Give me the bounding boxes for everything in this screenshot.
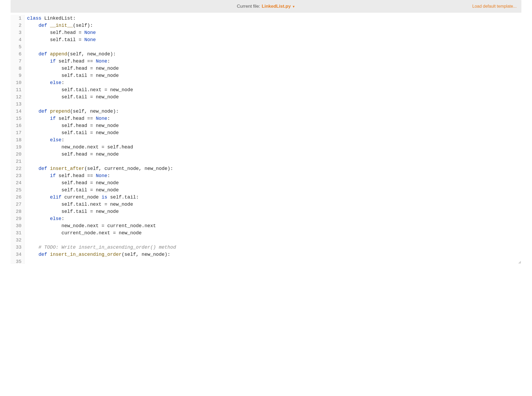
code-line[interactable]: self.tail = new_node (27, 208, 521, 215)
code-line[interactable]: class LinkedList: (27, 15, 521, 22)
line-number: 8 (11, 65, 21, 72)
code-line[interactable]: self.tail.next = new_node (27, 86, 521, 94)
resize-handle-icon[interactable] (517, 260, 521, 263)
line-number: 24 (11, 179, 21, 187)
line-number: 13 (11, 101, 21, 108)
line-number: 30 (11, 222, 21, 230)
code-editor[interactable]: 1234567891011121314151617181920212223242… (11, 15, 521, 264)
line-number: 1 (11, 15, 21, 22)
code-line[interactable]: self.tail = new_node (27, 187, 521, 194)
file-name-text: LinkedList.py (262, 4, 291, 9)
code-line[interactable]: self.head = new_node (27, 65, 521, 72)
line-number: 29 (11, 215, 21, 222)
code-line[interactable]: self.head = None (27, 29, 521, 36)
code-line[interactable]: new_node.next = current_node.next (27, 222, 521, 230)
code-line[interactable] (27, 101, 521, 108)
line-number: 17 (11, 129, 21, 137)
file-name-dropdown[interactable]: LinkedList.py ▼ (262, 4, 295, 9)
line-number: 35 (11, 258, 21, 264)
line-number: 16 (11, 122, 21, 129)
code-line[interactable]: self.tail = new_node (27, 129, 521, 137)
code-line[interactable]: if self.head == None: (27, 172, 521, 179)
line-number: 7 (11, 58, 21, 65)
line-number: 31 (11, 230, 21, 237)
code-line[interactable]: self.tail = new_node (27, 94, 521, 101)
code-line[interactable]: # TODO: Write insert_in_ascending_order(… (27, 244, 521, 251)
line-number: 12 (11, 94, 21, 101)
code-area[interactable]: class LinkedList: def __init__(self): se… (24, 15, 521, 264)
code-line[interactable] (27, 43, 521, 51)
line-number: 18 (11, 137, 21, 144)
line-number: 22 (11, 165, 21, 172)
code-line[interactable]: new_node.next = self.head (27, 144, 521, 151)
line-number: 28 (11, 208, 21, 215)
code-line[interactable] (27, 158, 521, 165)
line-number: 34 (11, 251, 21, 258)
line-number: 10 (11, 79, 21, 86)
code-line[interactable]: else: (27, 137, 521, 144)
code-editor-wrap: 1234567891011121314151617181920212223242… (11, 15, 521, 264)
code-line[interactable]: self.head = new_node (27, 179, 521, 187)
code-line[interactable]: def insert_in_ascending_order(self, new_… (27, 251, 521, 258)
line-number: 25 (11, 187, 21, 194)
current-file-group: Current file: LinkedList.py ▼ (237, 4, 295, 9)
line-number: 9 (11, 72, 21, 79)
line-number: 23 (11, 172, 21, 179)
line-number: 33 (11, 244, 21, 251)
line-number: 19 (11, 144, 21, 151)
code-line[interactable]: self.tail = None (27, 36, 521, 43)
line-number: 11 (11, 86, 21, 94)
load-default-template-link[interactable]: Load default template... (472, 4, 517, 9)
code-line[interactable]: def append(self, new_node): (27, 51, 521, 58)
code-line[interactable]: def insert_after(self, current_node, new… (27, 165, 521, 172)
code-line[interactable]: self.head = new_node (27, 122, 521, 129)
line-number: 15 (11, 115, 21, 122)
line-number: 6 (11, 51, 21, 58)
current-file-label: Current file: (237, 4, 260, 9)
code-line[interactable]: self.head = new_node (27, 151, 521, 158)
code-line[interactable]: def __init__(self): (27, 22, 521, 29)
code-line[interactable]: current_node.next = new_node (27, 230, 521, 237)
code-line[interactable]: def prepend(self, new_node): (27, 108, 521, 115)
code-line[interactable]: self.tail.next = new_node (27, 201, 521, 208)
line-number: 21 (11, 158, 21, 165)
line-number: 5 (11, 43, 21, 51)
code-line[interactable] (27, 258, 521, 264)
code-line[interactable]: else: (27, 215, 521, 222)
code-line[interactable]: if self.head == None: (27, 115, 521, 122)
chevron-down-icon: ▼ (292, 5, 295, 8)
code-line[interactable] (27, 237, 521, 244)
line-number: 14 (11, 108, 21, 115)
editor-header-bar: Current file: LinkedList.py ▼ Load defau… (11, 0, 521, 13)
line-number-gutter: 1234567891011121314151617181920212223242… (11, 15, 24, 264)
line-number: 32 (11, 237, 21, 244)
line-number: 3 (11, 29, 21, 36)
line-number: 26 (11, 194, 21, 201)
line-number: 20 (11, 151, 21, 158)
code-line[interactable]: elif current_node is self.tail: (27, 194, 521, 201)
code-line[interactable]: self.tail = new_node (27, 72, 521, 79)
line-number: 4 (11, 36, 21, 43)
line-number: 2 (11, 22, 21, 29)
code-line[interactable]: else: (27, 79, 521, 86)
line-number: 27 (11, 201, 21, 208)
code-line[interactable]: if self.head == None: (27, 58, 521, 65)
